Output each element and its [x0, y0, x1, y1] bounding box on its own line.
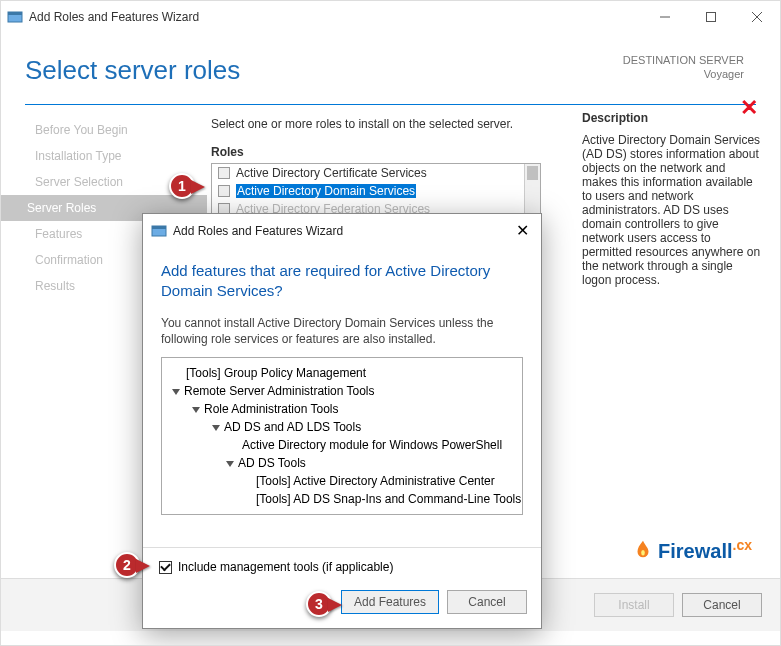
tree-item: [Tools] Group Policy Management: [168, 364, 516, 382]
include-tools-checkbox[interactable]: [159, 561, 172, 574]
checkbox-icon[interactable]: [218, 185, 230, 197]
nav-before-you-begin[interactable]: Before You Begin: [1, 117, 207, 143]
destination-label: DESTINATION SERVER: [623, 53, 744, 67]
scrollbar-thumb[interactable]: [527, 166, 538, 180]
role-label: Active Directory Domain Services: [236, 184, 416, 198]
tree-item: Active Directory module for Windows Powe…: [168, 436, 516, 454]
watermark: Firewall.cx: [632, 537, 752, 563]
app-icon: [7, 9, 23, 25]
tree-item: AD DS and AD LDS Tools: [168, 418, 516, 436]
dialog-body: Add features that are required for Activ…: [143, 247, 541, 533]
dialog-close-button[interactable]: ✕: [512, 221, 533, 240]
window-controls: [642, 1, 780, 33]
cancel-button[interactable]: Cancel: [682, 593, 762, 617]
flame-icon: [632, 539, 654, 561]
nav-server-selection[interactable]: Server Selection: [1, 169, 207, 195]
description-panel: Description Active Directory Domain Serv…: [576, 111, 780, 299]
close-x-icon[interactable]: ✕: [740, 95, 758, 121]
window-title: Add Roles and Features Wizard: [29, 10, 642, 24]
svg-rect-3: [707, 13, 716, 22]
maximize-button[interactable]: [688, 1, 734, 33]
role-row[interactable]: Active Directory Certificate Services: [212, 164, 540, 182]
install-button[interactable]: Install: [594, 593, 674, 617]
roles-heading: Roles: [211, 145, 562, 159]
app-icon: [151, 223, 167, 239]
checkbox-icon[interactable]: [218, 167, 230, 179]
check-icon: [160, 561, 171, 572]
nav-installation-type[interactable]: Installation Type: [1, 143, 207, 169]
dialog-title: Add Roles and Features Wizard: [173, 224, 512, 238]
tree-item: Remote Server Administration Tools: [168, 382, 516, 400]
close-button[interactable]: [734, 1, 780, 33]
features-tree[interactable]: [Tools] Group Policy Management Remote S…: [161, 357, 523, 515]
description-text: Active Directory Domain Services (AD DS)…: [582, 133, 764, 287]
header-rule: [25, 104, 756, 105]
dialog-titlebar: Add Roles and Features Wizard ✕: [143, 214, 541, 247]
add-features-button[interactable]: Add Features: [341, 590, 439, 614]
include-tools-label: Include management tools (if applicable): [178, 560, 393, 574]
title-bar: Add Roles and Features Wizard: [1, 1, 780, 33]
caret-down-icon[interactable]: [192, 407, 200, 413]
caret-down-icon[interactable]: [226, 461, 234, 467]
watermark-suffix: .cx: [733, 537, 752, 553]
role-row[interactable]: Active Directory Domain Services: [212, 182, 540, 200]
caret-down-icon[interactable]: [172, 389, 180, 395]
svg-rect-1: [8, 12, 22, 15]
dialog-buttons: Add Features Cancel: [143, 574, 541, 628]
dialog-question: Add features that are required for Activ…: [161, 261, 523, 301]
tree-item: [Tools] AD DS Snap-Ins and Command-Line …: [168, 490, 516, 508]
instruction-text: Select one or more roles to install on t…: [211, 117, 562, 131]
destination-name: Voyager: [623, 67, 744, 81]
dialog-note: You cannot install Active Directory Doma…: [161, 315, 523, 347]
destination-server: DESTINATION SERVER Voyager: [623, 53, 744, 81]
svg-rect-7: [152, 226, 166, 229]
svg-point-8: [641, 550, 645, 556]
minimize-button[interactable]: [642, 1, 688, 33]
tree-item: [Tools] Active Directory Administrative …: [168, 472, 516, 490]
description-heading: Description: [582, 111, 764, 125]
tree-item: AD DS Tools: [168, 454, 516, 472]
include-tools-row[interactable]: Include management tools (if applicable): [143, 548, 541, 574]
role-label: Active Directory Certificate Services: [236, 166, 427, 180]
required-features-dialog: Add Roles and Features Wizard ✕ Add feat…: [142, 213, 542, 629]
dialog-cancel-button[interactable]: Cancel: [447, 590, 527, 614]
watermark-brand: Firewall: [658, 540, 732, 562]
tree-item: Role Administration Tools: [168, 400, 516, 418]
wizard-header: Select server roles DESTINATION SERVER V…: [1, 33, 780, 94]
caret-down-icon[interactable]: [212, 425, 220, 431]
